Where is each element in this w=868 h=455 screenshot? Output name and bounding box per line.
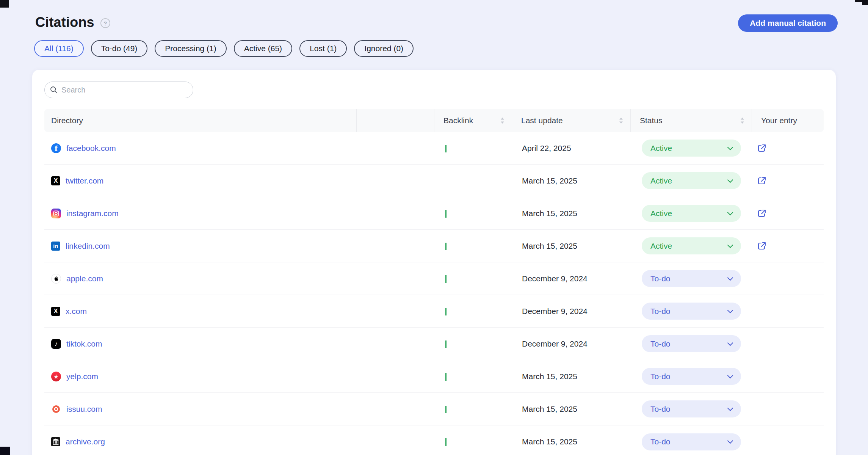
chevron-down-icon [727, 209, 733, 215]
column-header-your-entry: Your entry [752, 109, 824, 132]
linkedin-icon [51, 242, 60, 251]
last-update-date: March 15, 2025 [512, 209, 630, 218]
page-title: Citations [35, 14, 94, 30]
last-update-date: March 15, 2025 [512, 176, 630, 185]
column-header-directory: Directory [44, 109, 356, 132]
add-manual-citation-button[interactable]: Add manual citation [738, 14, 838, 32]
yelp-icon [51, 372, 61, 381]
question-circle-icon[interactable] [100, 18, 110, 28]
backlink-check-icon [445, 308, 447, 315]
sort-icon [500, 117, 505, 124]
backlink-check-icon [445, 145, 447, 152]
table-row: instagram.com March 15, 2025 Active [44, 197, 824, 230]
last-update-date: March 15, 2025 [512, 437, 630, 446]
sort-icon [619, 117, 624, 124]
directory-link[interactable]: facebook.com [66, 144, 116, 153]
backlink-check-icon [445, 275, 447, 283]
directory-link[interactable]: archive.org [66, 437, 105, 446]
table-row: facebook.com April 22, 2025 Active [44, 132, 824, 165]
status-dropdown[interactable]: Active [642, 140, 741, 157]
search-icon [50, 86, 58, 94]
last-update-date: March 15, 2025 [512, 242, 630, 251]
last-update-date: December 9, 2024 [512, 339, 630, 348]
sort-icon [740, 117, 745, 124]
chevron-down-icon [727, 275, 733, 281]
table-header-row: Directory Backlink Last update Status Yo… [44, 109, 824, 132]
twitter-x-icon [51, 176, 60, 185]
last-update-date: March 15, 2025 [512, 372, 630, 381]
archive-building-icon [51, 437, 60, 446]
citations-page: Citations Add manual citation All (116) … [0, 0, 868, 455]
twitter-x-icon [51, 307, 60, 316]
table-row: twitter.com March 15, 2025 Active [44, 165, 824, 197]
citations-card: Directory Backlink Last update Status Yo… [32, 70, 836, 455]
column-header-empty [356, 109, 434, 132]
chevron-down-icon [727, 438, 733, 444]
screenshot-corner-artifact [0, 447, 10, 455]
filter-chip-processing[interactable]: Processing (1) [155, 40, 226, 57]
chevron-down-icon [727, 340, 733, 346]
status-dropdown[interactable]: To-do [642, 400, 741, 417]
last-update-date: March 15, 2025 [512, 405, 630, 414]
backlink-check-icon [445, 406, 447, 413]
status-dropdown[interactable]: To-do [642, 335, 741, 352]
column-header-backlink[interactable]: Backlink [434, 109, 512, 132]
chevron-down-icon [727, 307, 733, 313]
directory-link[interactable]: twitter.com [66, 176, 103, 185]
table-row: tiktok.com December 9, 2024 To-do [44, 328, 824, 360]
status-dropdown[interactable]: To-do [642, 433, 741, 450]
directory-link[interactable]: tiktok.com [66, 339, 102, 348]
facebook-icon [51, 143, 61, 153]
table-row: archive.org March 15, 2025 To-do [44, 425, 824, 455]
directory-link[interactable]: issuu.com [66, 405, 102, 414]
issuu-icon [51, 404, 61, 414]
instagram-icon [51, 209, 61, 218]
external-link-icon[interactable] [757, 241, 767, 251]
top-bar: Citations Add manual citation [35, 14, 838, 32]
directory-link[interactable]: x.com [66, 307, 87, 316]
table-row: x.com December 9, 2024 To-do [44, 295, 824, 328]
filter-chip-ignored[interactable]: Ignored (0) [354, 40, 414, 57]
backlink-check-icon [445, 243, 447, 250]
last-update-date: December 9, 2024 [512, 274, 630, 283]
screenshot-corner-artifact [855, 0, 868, 2]
chevron-down-icon [727, 405, 733, 411]
backlink-check-icon [445, 210, 447, 218]
chevron-down-icon [727, 144, 733, 150]
backlink-check-icon [445, 340, 447, 348]
directory-link[interactable]: apple.com [66, 274, 103, 283]
status-dropdown[interactable]: Active [642, 237, 741, 254]
directory-link[interactable]: yelp.com [66, 372, 98, 381]
filter-chip-todo[interactable]: To-do (49) [91, 40, 148, 57]
search-input[interactable] [44, 82, 193, 98]
chevron-down-icon [727, 242, 733, 248]
search-box [44, 82, 193, 98]
backlink-check-icon [445, 438, 447, 446]
status-dropdown[interactable]: To-do [642, 368, 741, 385]
external-link-icon[interactable] [757, 176, 767, 186]
tiktok-icon [51, 339, 61, 349]
citations-table: Directory Backlink Last update Status Yo… [44, 109, 824, 455]
status-dropdown[interactable]: To-do [642, 303, 741, 320]
table-row: issuu.com March 15, 2025 To-do [44, 393, 824, 425]
external-link-icon[interactable] [757, 143, 767, 154]
chevron-down-icon [727, 177, 733, 183]
table-row: apple.com December 9, 2024 To-do [44, 262, 824, 295]
filter-chip-all[interactable]: All (116) [34, 40, 84, 57]
last-update-date: April 22, 2025 [512, 144, 630, 153]
column-header-last-update[interactable]: Last update [512, 109, 630, 132]
backlink-check-icon [445, 373, 447, 381]
apple-icon [51, 274, 61, 284]
filter-chip-lost[interactable]: Lost (1) [299, 40, 347, 57]
filter-chip-active[interactable]: Active (65) [234, 40, 292, 57]
table-row: yelp.com March 15, 2025 To-do [44, 360, 824, 393]
chevron-down-icon [727, 372, 733, 378]
status-dropdown[interactable]: To-do [642, 270, 741, 287]
column-header-status[interactable]: Status [630, 109, 752, 132]
external-link-icon[interactable] [757, 208, 767, 219]
directory-link[interactable]: linkedin.com [66, 242, 110, 251]
status-dropdown[interactable]: Active [642, 172, 741, 189]
directory-link[interactable]: instagram.com [66, 209, 119, 218]
status-filter-chips: All (116) To-do (49) Processing (1) Acti… [34, 40, 414, 57]
status-dropdown[interactable]: Active [642, 205, 741, 222]
